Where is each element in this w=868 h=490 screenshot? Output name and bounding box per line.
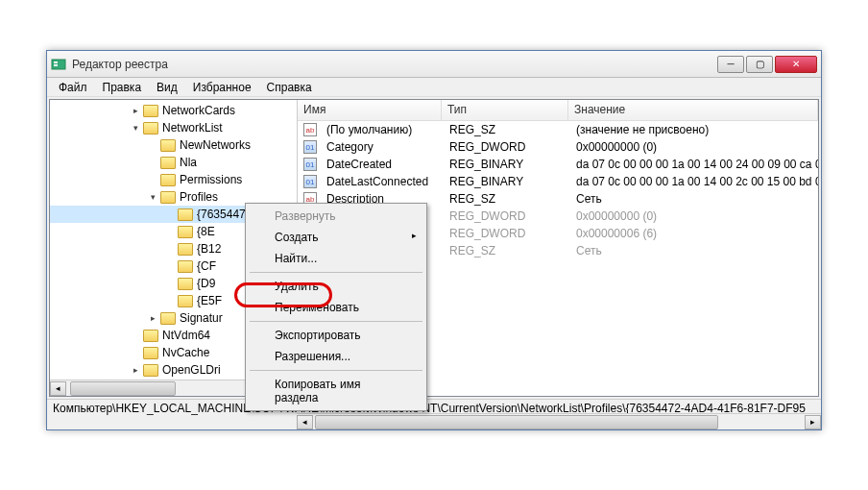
ctx-expand: Развернуть bbox=[248, 206, 424, 227]
context-menu: Развернуть Создать▸ Найти... Удалить Пер… bbox=[245, 203, 427, 411]
folder-icon bbox=[178, 295, 193, 307]
folder-icon bbox=[143, 105, 158, 117]
submenu-arrow-icon: ▸ bbox=[412, 231, 417, 240]
expand-caret-icon[interactable] bbox=[131, 331, 141, 341]
list-row[interactable]: 01CategoryREG_DWORD0x00000000 (0) bbox=[298, 138, 818, 156]
app-icon bbox=[51, 57, 66, 72]
separator bbox=[250, 321, 422, 322]
list-row[interactable]: ab(По умолчанию)REG_SZ(значение не присв… bbox=[298, 121, 818, 138]
value-type: REG_DWORD bbox=[444, 208, 570, 224]
expand-caret-icon[interactable] bbox=[148, 140, 158, 151]
tree-scroll-thumb[interactable] bbox=[70, 381, 176, 396]
expand-caret-icon[interactable] bbox=[148, 175, 158, 185]
value-name: Category bbox=[321, 139, 444, 155]
ctx-copy-key-name[interactable]: Копировать имя раздела bbox=[248, 374, 424, 408]
folder-icon bbox=[178, 278, 193, 290]
folder-icon bbox=[143, 122, 158, 135]
expand-caret-icon[interactable] bbox=[165, 261, 176, 272]
folder-icon bbox=[160, 139, 176, 152]
ctx-permissions[interactable]: Разрешения... bbox=[248, 346, 424, 367]
tree-scroll-left[interactable]: ◂ bbox=[50, 381, 66, 396]
value-data: Сеть bbox=[570, 243, 818, 258]
value-data: 0x00000000 (0) bbox=[570, 139, 818, 155]
expand-caret-icon[interactable] bbox=[165, 244, 176, 255]
expand-caret-icon[interactable] bbox=[165, 279, 176, 289]
titlebar[interactable]: Редактор реестра ─ ▢ ✕ bbox=[47, 51, 821, 78]
value-type: REG_SZ bbox=[444, 243, 570, 258]
folder-icon bbox=[178, 208, 193, 221]
list-row[interactable]: 01DateLastConnectedREG_BINARYda 07 0c 00… bbox=[298, 173, 818, 190]
list-row[interactable]: 01DateCreatedREG_BINARYda 07 0c 00 00 00… bbox=[298, 156, 818, 173]
value-data: 0x00000006 (6) bbox=[570, 226, 818, 241]
value-type: REG_BINARY bbox=[444, 157, 570, 172]
expand-caret-icon[interactable] bbox=[131, 348, 141, 358]
value-name: DateCreated bbox=[321, 157, 444, 172]
string-value-icon: ab bbox=[303, 123, 317, 136]
tree-item-label: OpenGLDri bbox=[162, 363, 221, 377]
expand-caret-icon[interactable]: ▾ bbox=[131, 123, 141, 134]
folder-icon bbox=[143, 364, 158, 377]
menu-view[interactable]: Вид bbox=[149, 79, 185, 96]
value-type: REG_SZ bbox=[444, 191, 570, 207]
svg-rect-2 bbox=[54, 64, 58, 66]
tree-item-label: NtVdm64 bbox=[162, 329, 210, 342]
binary-value-icon: 01 bbox=[303, 140, 317, 154]
menu-favorites[interactable]: Избранное bbox=[185, 79, 259, 96]
menu-edit[interactable]: Правка bbox=[95, 79, 150, 96]
folder-icon bbox=[160, 174, 176, 186]
expand-caret-icon[interactable] bbox=[148, 158, 158, 168]
tree-item-label: NvCache bbox=[162, 346, 209, 359]
tree-item[interactable]: Nla bbox=[50, 154, 297, 171]
tree-item-label: Nla bbox=[180, 156, 197, 169]
tree-item[interactable]: ▾NetworkList bbox=[50, 119, 297, 136]
expand-caret-icon[interactable] bbox=[165, 209, 176, 220]
folder-icon bbox=[178, 226, 193, 238]
value-type: REG_DWORD bbox=[444, 226, 570, 241]
folder-icon bbox=[160, 157, 176, 169]
menu-file[interactable]: Файл bbox=[51, 79, 95, 96]
close-button[interactable]: ✕ bbox=[775, 56, 817, 73]
folder-icon bbox=[178, 260, 193, 273]
tree-item-label: {E5F bbox=[197, 294, 222, 307]
window-title: Редактор реестра bbox=[72, 58, 717, 71]
tree-item-label: {CF bbox=[197, 259, 216, 273]
ctx-new[interactable]: Создать▸ bbox=[248, 227, 424, 248]
ctx-find[interactable]: Найти... bbox=[248, 248, 424, 269]
list-header: Имя Тип Значение bbox=[298, 100, 818, 121]
ctx-rename[interactable]: Переименовать bbox=[248, 297, 424, 318]
ctx-export[interactable]: Экспортировать bbox=[248, 325, 424, 346]
tree-item[interactable]: Permissions bbox=[50, 171, 297, 188]
ctx-delete[interactable]: Удалить bbox=[248, 276, 424, 297]
expand-caret-icon[interactable]: ▾ bbox=[148, 192, 158, 203]
tree-item-label: NetworkCards bbox=[162, 104, 235, 117]
expand-caret-icon[interactable] bbox=[165, 296, 176, 306]
regedit-window: Редактор реестра ─ ▢ ✕ Файл Правка Вид И… bbox=[46, 50, 822, 430]
col-type[interactable]: Тип bbox=[442, 100, 568, 120]
tree-item[interactable]: NewNetworks bbox=[50, 136, 297, 154]
binary-value-icon: 01 bbox=[303, 158, 317, 171]
col-name[interactable]: Имя bbox=[298, 100, 442, 120]
tree-item-label: {8E bbox=[197, 225, 215, 238]
tree-item-label: Profiles bbox=[180, 190, 218, 204]
value-type: REG_DWORD bbox=[444, 139, 570, 155]
minimize-button[interactable]: ─ bbox=[717, 56, 744, 73]
separator bbox=[250, 370, 422, 371]
binary-value-icon: 01 bbox=[303, 175, 317, 188]
tree-item[interactable]: ▸NetworkCards bbox=[50, 102, 297, 119]
value-data: Сеть bbox=[570, 191, 818, 207]
menubar: Файл Правка Вид Избранное Справка bbox=[47, 78, 821, 97]
expand-caret-icon[interactable]: ▸ bbox=[148, 313, 158, 324]
expand-caret-icon[interactable] bbox=[165, 227, 176, 237]
expand-caret-icon[interactable]: ▸ bbox=[131, 106, 141, 116]
menu-help[interactable]: Справка bbox=[259, 79, 320, 96]
svg-rect-1 bbox=[54, 61, 58, 63]
tree-item-label: {D9 bbox=[197, 277, 215, 290]
folder-icon bbox=[143, 330, 158, 342]
col-value[interactable]: Значение bbox=[568, 100, 818, 120]
expand-caret-icon[interactable]: ▸ bbox=[131, 365, 141, 376]
maximize-button[interactable]: ▢ bbox=[746, 56, 773, 73]
content-pane: ▸NetworkCards▾NetworkList NewNetworks Nl… bbox=[49, 99, 819, 397]
tree-item-label: NewNetworks bbox=[180, 138, 251, 152]
folder-icon bbox=[143, 347, 158, 359]
value-name: (По умолчанию) bbox=[321, 122, 444, 137]
